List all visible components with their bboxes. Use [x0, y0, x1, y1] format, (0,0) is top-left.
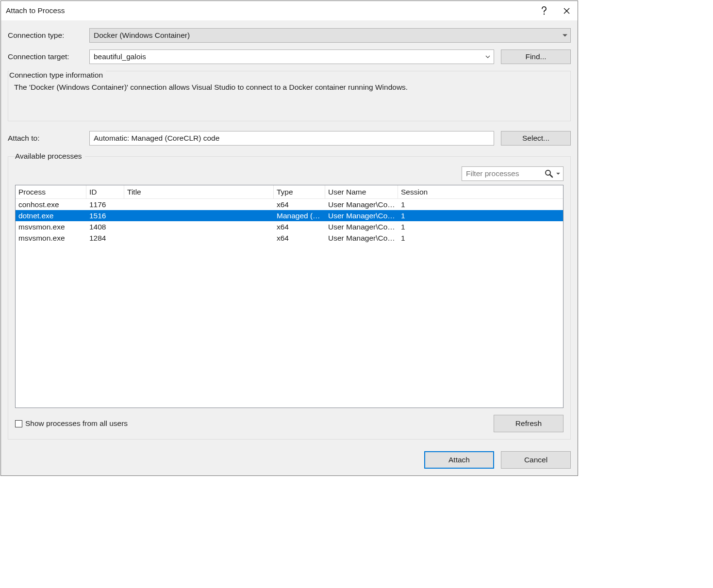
table-header: Process ID Title Type User Name Session — [16, 185, 563, 199]
connection-type-info-title: Connection type information — [9, 71, 106, 80]
attach-to-row: Attach to: Automatic: Managed (CoreCLR) … — [8, 131, 571, 146]
cell-id: 1408 — [86, 223, 124, 231]
close-icon — [564, 8, 570, 14]
cell-process: conhost.exe — [16, 200, 86, 209]
connection-type-info-group: Connection type information The 'Docker … — [8, 71, 571, 121]
connection-type-row: Connection type: Docker (Windows Contain… — [8, 28, 571, 43]
cell-user: User Manager\Contai... — [325, 200, 398, 209]
cell-session: 1 — [398, 200, 563, 209]
cell-id: 1176 — [86, 200, 124, 209]
connection-type-combo[interactable]: Docker (Windows Container) — [89, 28, 571, 43]
connection-target-combo[interactable]: beautiful_galois — [89, 49, 494, 64]
checkbox-box — [15, 420, 22, 427]
show-all-users-label: Show processes from all users — [25, 419, 128, 428]
chevron-down-icon — [563, 34, 567, 37]
cell-type: x64 — [274, 200, 325, 209]
chevron-down-icon — [485, 54, 491, 60]
cell-process: msvsmon.exe — [16, 223, 86, 231]
filter-row — [15, 166, 564, 181]
dialog-footer: Attach Cancel — [8, 440, 571, 469]
attach-to-value: Automatic: Managed (CoreCLR) code — [94, 134, 219, 143]
process-table: Process ID Title Type User Name Session … — [15, 185, 564, 408]
cell-user: User Manager\Contai... — [325, 212, 398, 220]
help-button[interactable] — [533, 1, 555, 20]
filter-processes-box[interactable] — [462, 166, 564, 181]
connection-target-row: Connection target: beautiful_galois Find… — [8, 49, 571, 64]
connection-type-info-text: The 'Docker (Windows Container)' connect… — [8, 80, 570, 111]
col-title[interactable]: Title — [124, 185, 274, 198]
cell-session: 1 — [398, 212, 563, 220]
help-icon — [541, 6, 547, 15]
cell-type: Managed (Cor... — [274, 212, 325, 220]
cell-process: msvsmon.exe — [16, 234, 86, 243]
cell-user: User Manager\Contai... — [325, 234, 398, 243]
close-button[interactable] — [555, 1, 578, 20]
available-processes-title: Available processes — [15, 152, 85, 161]
attach-button[interactable]: Attach — [424, 451, 494, 469]
col-type[interactable]: Type — [274, 185, 325, 198]
search-icon — [545, 169, 553, 178]
available-processes-group: Available processes Process ID Title Typ — [8, 156, 571, 440]
table-row[interactable]: msvsmon.exe1284x64User Manager\Contai...… — [16, 232, 563, 244]
connection-target-label: Connection target: — [8, 52, 89, 61]
find-button[interactable]: Find... — [501, 49, 571, 64]
cell-type: x64 — [274, 234, 325, 243]
filter-input[interactable] — [465, 169, 543, 179]
dialog-title: Attach to Process — [6, 6, 533, 15]
cell-id: 1516 — [86, 212, 124, 220]
col-user[interactable]: User Name — [325, 185, 398, 198]
table-row[interactable]: msvsmon.exe1408x64User Manager\Contai...… — [16, 221, 563, 232]
col-id[interactable]: ID — [86, 185, 124, 198]
cell-session: 1 — [398, 234, 563, 243]
connection-target-value: beautiful_galois — [94, 52, 146, 61]
attach-to-process-dialog: Attach to Process Connection type: Docke… — [0, 0, 578, 476]
filter-dropdown-icon[interactable] — [556, 173, 560, 175]
cell-session: 1 — [398, 223, 563, 231]
dialog-body: Connection type: Docker (Windows Contain… — [1, 20, 578, 475]
table-row[interactable]: dotnet.exe1516Managed (Cor...User Manage… — [16, 210, 563, 221]
show-all-users-checkbox[interactable]: Show processes from all users — [15, 419, 128, 428]
col-session[interactable]: Session — [398, 185, 563, 198]
connection-type-label: Connection type: — [8, 31, 89, 40]
attach-to-label: Attach to: — [8, 134, 89, 143]
refresh-button[interactable]: Refresh — [494, 415, 564, 432]
titlebar: Attach to Process — [1, 1, 578, 20]
cell-type: x64 — [274, 223, 325, 231]
table-row[interactable]: conhost.exe1176x64User Manager\Contai...… — [16, 199, 563, 210]
cell-id: 1284 — [86, 234, 124, 243]
table-body[interactable]: conhost.exe1176x64User Manager\Contai...… — [16, 199, 563, 408]
svg-line-2 — [550, 175, 552, 177]
svg-point-0 — [544, 14, 545, 15]
select-button[interactable]: Select... — [501, 131, 571, 146]
process-footer: Show processes from all users Refresh — [15, 415, 564, 432]
col-process[interactable]: Process — [16, 185, 86, 198]
attach-to-field: Automatic: Managed (CoreCLR) code — [89, 131, 494, 146]
connection-type-value: Docker (Windows Container) — [94, 31, 190, 40]
cell-process: dotnet.exe — [16, 212, 86, 220]
cancel-button[interactable]: Cancel — [501, 451, 571, 469]
cell-user: User Manager\Contai... — [325, 223, 398, 231]
